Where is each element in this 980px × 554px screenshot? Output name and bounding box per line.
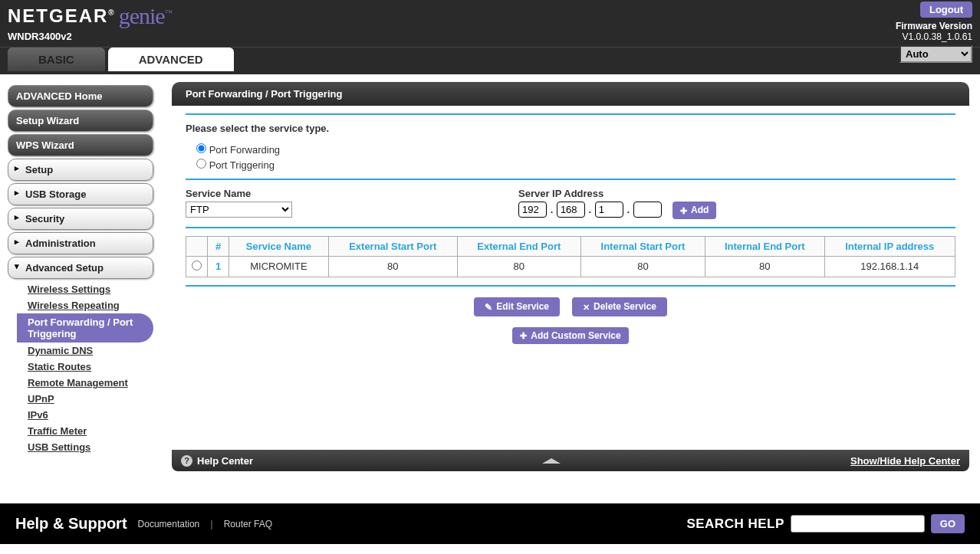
header-bar: NETGEAR® genie™ WNDR3400v2 Logout Firmwa… (0, 0, 980, 74)
nav-advanced-setup[interactable]: Advanced Setup (8, 257, 153, 279)
th-select (186, 236, 208, 256)
firmware-version: V1.0.0.38_1.0.61 (896, 31, 972, 42)
nav-static-routes[interactable]: Static Routes (17, 359, 161, 375)
instruction-text: Please select the service type. (186, 123, 955, 134)
nav-ipv6[interactable]: IPv6 (17, 407, 161, 423)
cell-ext-start: 80 (328, 256, 457, 277)
sidebar: ADVANCED Home Setup Wizard WPS Wizard Se… (0, 74, 169, 503)
ip-dot: . (589, 204, 592, 215)
th-int-end: Internal End Port (705, 236, 824, 256)
footer: Help & Support Documentation | Router FA… (0, 503, 980, 544)
nav-wireless-settings[interactable]: Wireless Settings (17, 281, 161, 297)
nav-upnp[interactable]: UPnP (17, 391, 161, 407)
table-row: 1 MICROMITE 80 80 80 80 192.168.1.14 (186, 256, 955, 277)
nav-setup-wizard[interactable]: Setup Wizard (8, 110, 153, 132)
documentation-link[interactable]: Documentation (138, 519, 200, 529)
help-support-title: Help & Support (15, 515, 127, 533)
service-name-label: Service Name (186, 188, 518, 199)
search-help-label: SEARCH HELP (686, 516, 784, 532)
radio-port-triggering[interactable] (196, 159, 206, 169)
add-button[interactable]: Add (673, 202, 716, 219)
cell-int-end: 80 (705, 256, 824, 277)
x-icon (583, 302, 590, 313)
radio-port-forwarding-text: Port Forwarding (209, 144, 280, 156)
cell-ext-end: 80 (457, 256, 580, 277)
help-center-label: Help Center (197, 455, 253, 467)
nav-wps-wizard[interactable]: WPS Wizard (8, 134, 153, 156)
nav-traffic-meter[interactable]: Traffic Meter (17, 423, 161, 439)
help-icon: ? (181, 455, 192, 467)
tab-advanced[interactable]: ADVANCED (108, 48, 234, 71)
edit-service-button[interactable]: Edit Service (474, 297, 560, 316)
th-ext-end: External End Port (457, 236, 580, 256)
divider (186, 113, 955, 115)
divider (186, 179, 955, 180)
ip-octet-1[interactable] (518, 202, 547, 218)
nav-usb-storage[interactable]: USB Storage (8, 183, 153, 205)
router-faq-link[interactable]: Router FAQ (224, 519, 272, 529)
nav-administration[interactable]: Administration (8, 232, 153, 254)
cell-int-ip: 192.168.1.14 (824, 256, 955, 277)
tab-basic[interactable]: BASIC (8, 48, 105, 71)
th-service-name: Service Name (229, 236, 329, 256)
nav-port-forwarding[interactable]: Port Forwarding / Port Triggering (17, 313, 153, 343)
separator: | (210, 518, 212, 529)
go-button[interactable]: GO (931, 514, 965, 533)
divider (186, 285, 955, 287)
genie-logo: genie™ (119, 3, 172, 29)
th-number: # (208, 236, 229, 256)
nav-security[interactable]: Security (8, 208, 153, 230)
plus-icon (520, 330, 527, 341)
nav-dynamic-dns[interactable]: Dynamic DNS (17, 343, 161, 359)
radio-port-triggering-label[interactable]: Port Triggering (196, 159, 275, 171)
radio-port-forwarding[interactable] (196, 143, 206, 153)
ip-octet-4[interactable] (633, 202, 662, 218)
help-bar: ? Help Center Show/Hide Help Center (172, 450, 969, 471)
ip-dot: . (551, 204, 554, 215)
nav-remote-management[interactable]: Remote Management (17, 375, 161, 391)
divider (186, 227, 955, 228)
nav-setup[interactable]: Setup (8, 159, 153, 181)
cell-service-name: MICROMITE (229, 256, 329, 277)
ip-octet-2[interactable] (557, 202, 585, 218)
services-table: # Service Name External Start Port Exter… (186, 236, 955, 277)
th-int-start: Internal Start Port (580, 236, 705, 256)
plus-icon (680, 205, 687, 216)
show-hide-help-link[interactable]: Show/Hide Help Center (850, 455, 960, 467)
th-ext-start: External Start Port (328, 236, 457, 256)
search-help-input[interactable] (791, 515, 925, 533)
netgear-logo: NETGEAR® (8, 5, 116, 27)
server-ip-label: Server IP Address (518, 188, 955, 199)
row-select-radio[interactable] (192, 261, 202, 270)
language-select[interactable]: Auto (899, 45, 972, 63)
logout-button[interactable]: Logout (920, 2, 972, 18)
nav-wireless-repeating[interactable]: Wireless Repeating (17, 297, 161, 313)
ip-octet-3[interactable] (595, 202, 623, 218)
chevron-up-icon[interactable] (542, 458, 561, 464)
model-label: WNDR3400v2 (8, 31, 972, 42)
service-name-select[interactable]: FTP (186, 202, 292, 218)
cell-number: 1 (208, 256, 229, 277)
ip-dot: . (626, 204, 630, 215)
pencil-icon (485, 302, 492, 313)
radio-port-triggering-text: Port Triggering (209, 159, 275, 171)
firmware-label: Firmware Version (896, 21, 972, 31)
delete-service-button[interactable]: Delete Service (572, 297, 667, 316)
radio-port-forwarding-label[interactable]: Port Forwarding (196, 144, 280, 156)
nav-usb-settings[interactable]: USB Settings (17, 439, 161, 455)
th-int-ip: Internal IP address (824, 236, 955, 256)
panel-title: Port Forwarding / Port Triggering (172, 82, 969, 106)
add-custom-service-button[interactable]: Add Custom Service (512, 327, 628, 345)
nav-advanced-home[interactable]: ADVANCED Home (8, 85, 153, 107)
cell-int-start: 80 (580, 256, 705, 277)
